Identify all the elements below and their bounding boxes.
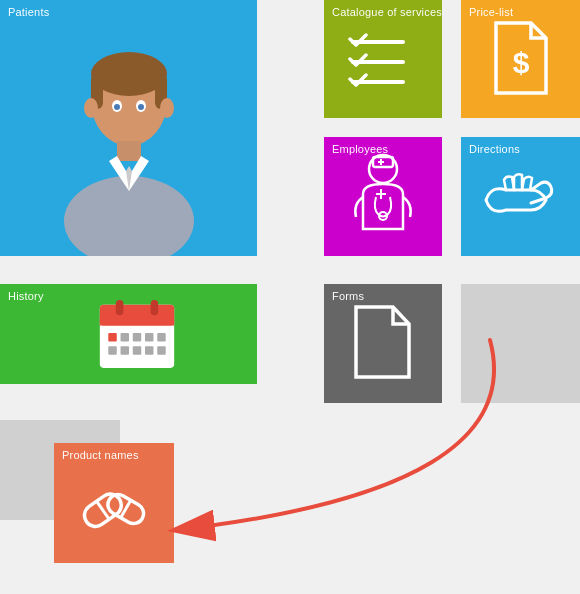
patients-label: Patients [8,6,49,18]
svg-rect-33 [145,333,153,341]
svg-rect-37 [132,346,140,354]
pricelist-icon: $ [491,18,551,98]
tile-productnames[interactable]: Product names [54,443,174,563]
productnames-label: Product names [62,449,139,461]
svg-rect-35 [108,346,116,354]
svg-point-10 [114,104,120,110]
svg-point-12 [84,98,98,118]
svg-rect-29 [150,300,158,315]
pricelist-label: Price-list [469,6,513,18]
svg-rect-4 [117,141,141,161]
svg-rect-38 [145,346,153,354]
svg-rect-31 [120,333,128,341]
employees-icon [338,149,428,249]
svg-rect-32 [132,333,140,341]
tile-directions[interactable]: Directions [461,137,580,256]
tile-patients[interactable]: Patients [0,0,257,256]
employees-label: Employees [332,143,388,155]
history-label: History [8,290,44,302]
svg-rect-34 [157,333,165,341]
forms-label: Forms [332,290,364,302]
catalogue-icon [348,30,418,95]
tile-catalogue[interactable]: Catalogue of services [324,0,442,118]
svg-rect-27 [99,318,173,326]
svg-rect-28 [115,300,123,315]
forms-icon [351,302,416,382]
svg-rect-36 [120,346,128,354]
tile-empty1 [461,284,580,403]
svg-point-11 [138,104,144,110]
tile-pricelist[interactable]: Price-list $ [461,0,580,118]
catalogue-label: Catalogue of services [332,6,442,18]
directions-icon [476,165,566,235]
productnames-icon [69,463,159,538]
svg-text:$: $ [512,46,529,79]
svg-rect-39 [157,346,165,354]
directions-label: Directions [469,143,520,155]
tile-history[interactable]: History [0,284,257,384]
svg-rect-30 [108,333,116,341]
tile-forms[interactable]: Forms [324,284,442,403]
grid-container: Patients Catalogu [0,0,580,594]
patients-icon [39,46,219,256]
svg-point-13 [160,98,174,118]
tile-employees[interactable]: Employees [324,137,442,256]
history-icon [97,297,177,372]
